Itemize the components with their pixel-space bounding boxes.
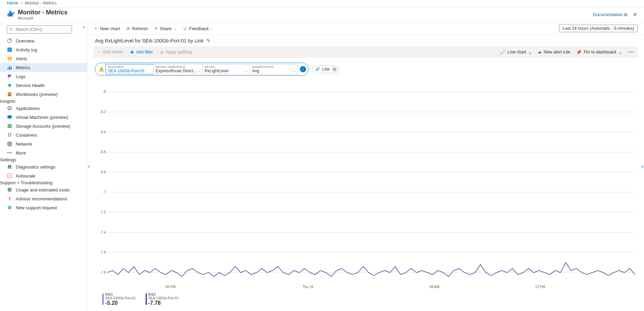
svg-rect-12 (9, 59, 10, 60)
legend-value: -5.20 (105, 300, 136, 306)
sidebar-item-applications[interactable]: Applications (0, 104, 87, 113)
sidebar-group-header: Support + Troubleshooting (0, 180, 87, 185)
ellipsis-icon: ··· (628, 49, 634, 55)
search-icon (9, 27, 13, 32)
svg-point-30 (10, 135, 11, 137)
sidebar-item-label: Autoscale (16, 173, 35, 178)
remove-split-icon[interactable]: ✕ (332, 66, 337, 72)
svg-text:Thu 19: Thu 19 (303, 285, 314, 289)
refresh-button[interactable]: ⟳Refresh (126, 26, 148, 31)
svg-line-4 (12, 30, 13, 31)
chart-type-dropdown[interactable]: 📈Line chart⌄ (500, 50, 532, 55)
edit-icon[interactable]: ✎ (206, 38, 211, 43)
sidebar-item-diagnostics-settings[interactable]: Diagnostics settings (0, 162, 87, 171)
sidebar-item-storage-accounts-preview-[interactable]: Storage Accounts (preview) (0, 122, 87, 130)
pin-to-dashboard-button[interactable]: 📌Pin to dashboard⌄ (576, 50, 622, 55)
warning-icon (99, 66, 104, 72)
svg-rect-14 (9, 66, 10, 70)
search-box[interactable] (7, 25, 72, 34)
svg-point-21 (9, 108, 10, 109)
workbooks-icon (7, 91, 12, 97)
legend-item[interactable]: link2SEA-100Gb-Port-01-7.78 (146, 292, 179, 306)
sidebar-item-metrics[interactable]: Metrics (0, 63, 87, 72)
sidebar-item-autoscale[interactable]: Autoscale (0, 171, 87, 180)
add-metric-button[interactable]: ⁘Add metric (97, 50, 123, 55)
svg-text:-7.8: -7.8 (100, 271, 106, 274)
close-icon[interactable]: ✕ (633, 11, 637, 18)
new-chart-button[interactable]: ＋New chart (94, 25, 120, 32)
health-icon (7, 83, 12, 88)
scatter-icon: ⁘ (97, 50, 101, 55)
network-icon (7, 141, 12, 147)
chart-area[interactable]: -6-6.2-6.4-6.6-6.8-7-7.2-7.4-7.6-7.806 P… (95, 78, 636, 290)
svg-point-28 (10, 133, 11, 135)
sidebar-item-advisor-recommendations[interactable]: Advisor recommendations (0, 194, 87, 203)
search-input[interactable] (15, 27, 70, 32)
namespace-selector[interactable]: METRIC NAMESPACE ExpressRoute Direct…⌄ (153, 64, 203, 74)
plus-icon: ＋ (94, 25, 98, 32)
svg-text:12 PM: 12 PM (535, 285, 545, 289)
sidebar-item-overview[interactable]: Overview (0, 36, 87, 45)
confirm-check-icon[interactable]: ✓ (300, 66, 306, 72)
sidebar-item-usage-and-estimated-costs[interactable]: $Usage and estimated costs (0, 185, 87, 194)
add-filter-button[interactable]: ✚Add filter (130, 50, 153, 55)
resource-selector[interactable]: RESOURCE SEA-100Gb-Port-01 (106, 64, 154, 74)
svg-text:$: $ (9, 188, 11, 191)
svg-rect-9 (8, 51, 10, 51)
sidebar-item-service-health[interactable]: Service Health (0, 81, 87, 90)
more-icon (7, 150, 12, 156)
documentation-link[interactable]: Documentation ⧉ (593, 12, 627, 17)
aggregation-selector[interactable]: AGGREGATION Avg⌄ (250, 64, 298, 74)
more-options-button[interactable]: ··· (628, 49, 634, 55)
svg-text:-6.6: -6.6 (100, 150, 106, 154)
svg-point-42 (9, 209, 10, 209)
svg-rect-11 (9, 58, 10, 59)
svg-rect-25 (8, 125, 12, 126)
split-by-pill[interactable]: 🔗 Link ✕ (312, 65, 340, 73)
sidebar-item-alerts[interactable]: Alerts (0, 54, 87, 63)
chevron-right-icon[interactable]: › (641, 163, 643, 170)
sidebar-item-new-support-request[interactable]: New support request (0, 203, 87, 212)
svg-rect-8 (8, 50, 11, 50)
smiley-icon: ☺ (183, 26, 187, 31)
svg-point-3 (10, 28, 12, 30)
sidebar-item-label: Activity log (16, 47, 37, 52)
sidebar-item-network[interactable]: Network (0, 139, 87, 148)
sidebar-item-workbooks-preview-[interactable]: Workbooks (preview) (0, 90, 87, 99)
svg-rect-40 (9, 199, 10, 200)
link-icon: 🔗 (315, 67, 320, 72)
sidebar-item-label: New support request (16, 205, 57, 210)
share-button[interactable]: ↗Share⌄ (154, 26, 177, 31)
feedback-button[interactable]: ☺Feedback⌄ (183, 26, 214, 31)
sidebar-item-activity-log[interactable]: Activity log (0, 45, 87, 54)
apply-splitting-button[interactable]: ⇉Apply splitting (160, 50, 192, 55)
legend-item[interactable]: link1SEA-100Gb-Port-01-5.20 (102, 292, 136, 306)
breadcrumb-home[interactable]: Home (7, 1, 18, 5)
sidebar-item-logs[interactable]: Logs (0, 72, 87, 81)
chevron-left-icon[interactable]: ‹ (88, 163, 90, 170)
svg-rect-35 (8, 165, 11, 169)
svg-text:-6.2: -6.2 (100, 110, 106, 114)
sidebar: « OverviewActivity logAlertsMetricsLogsS… (0, 23, 87, 310)
sidebar-item-containers[interactable]: Containers (0, 130, 87, 139)
svg-text:-6.4: -6.4 (100, 130, 106, 134)
time-range-picker[interactable]: Last 24 hours (Automatic - 5 minutes) (559, 25, 638, 32)
svg-rect-16 (8, 75, 9, 79)
sidebar-item-more[interactable]: More (0, 148, 87, 157)
new-alert-rule-button[interactable]: ▰New alert rule (538, 50, 570, 55)
diag-icon (7, 164, 12, 170)
filter-icon: ✚ (130, 50, 134, 55)
svg-rect-18 (9, 93, 11, 93)
svg-text:-6.8: -6.8 (100, 170, 106, 174)
metric-actions-bar: ⁘Add metric ✚Add filter ⇉Apply splitting… (94, 46, 638, 58)
svg-rect-19 (9, 94, 11, 94)
autoscale-icon (7, 173, 12, 178)
legend-series-name: link1 (105, 292, 136, 296)
chart-title: Avg RxLightLevel for SEA-100Gb-Port-01 b… (95, 38, 204, 43)
activity-icon (7, 47, 12, 52)
sidebar-item-virtual-machines-preview-[interactable]: Virtual Machines (preview) (0, 113, 87, 122)
svg-text:-6: -6 (103, 90, 106, 94)
main-content: ＋New chart ⟳Refresh ↗Share⌄ ☺Feedback⌄ L… (87, 23, 644, 310)
metric-selector[interactable]: METRIC RxLightLevel⌄ (202, 64, 250, 74)
collapse-sidebar-icon[interactable]: « (83, 25, 85, 29)
